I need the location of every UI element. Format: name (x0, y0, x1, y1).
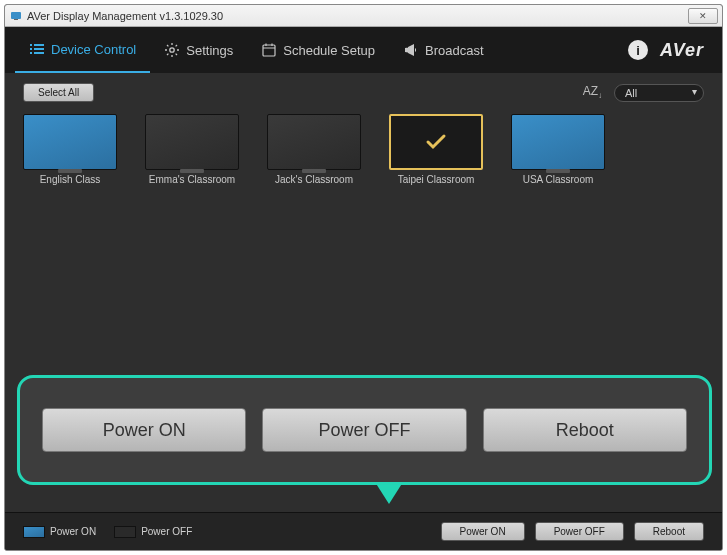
device-item[interactable]: Jack's Classroom (267, 114, 361, 185)
monitor-icon-selected (389, 114, 483, 170)
device-label: USA Classroom (511, 174, 605, 185)
device-label: Jack's Classroom (267, 174, 361, 185)
content-area: Select All AZ↓ All English Class Emma's … (5, 73, 722, 195)
monitor-icon (511, 114, 605, 170)
device-grid: English Class Emma's Classroom Jack's Cl… (23, 114, 704, 185)
device-item[interactable]: English Class (23, 114, 117, 185)
tab-schedule-setup[interactable]: Schedule Setup (247, 27, 389, 73)
navbar: Device Control Settings Schedule Setup B… (5, 27, 722, 73)
calendar-icon (261, 42, 277, 58)
svg-rect-1 (14, 19, 18, 20)
swatch-off-icon (114, 526, 136, 538)
tab-label: Settings (186, 43, 233, 58)
tab-settings[interactable]: Settings (150, 27, 247, 73)
legend-power-off: Power OFF (114, 526, 192, 538)
list-icon (29, 41, 45, 57)
device-item[interactable]: Taipei Classroom (389, 114, 483, 185)
filter-dropdown[interactable]: All (614, 84, 704, 102)
window-title: AVer Display Management v1.3.1029.30 (27, 10, 223, 22)
power-off-button-large[interactable]: Power OFF (262, 408, 466, 452)
reboot-button-large[interactable]: Reboot (483, 408, 687, 452)
svg-rect-5 (34, 48, 44, 50)
brand-logo: AVer (660, 40, 704, 61)
titlebar: AVer Display Management v1.3.1029.30 ✕ (5, 5, 722, 27)
tab-label: Broadcast (425, 43, 484, 58)
svg-rect-9 (263, 45, 275, 56)
svg-rect-6 (30, 52, 32, 54)
monitor-icon (145, 114, 239, 170)
footer-buttons: Power ON Power OFF Reboot (441, 522, 705, 541)
device-label: English Class (23, 174, 117, 185)
footer-bar: Power ON Power OFF Power ON Power OFF Re… (5, 512, 722, 550)
monitor-icon (23, 114, 117, 170)
tab-broadcast[interactable]: Broadcast (389, 27, 498, 73)
swatch-on-icon (23, 526, 45, 538)
monitor-icon (267, 114, 361, 170)
device-item[interactable]: Emma's Classroom (145, 114, 239, 185)
svg-rect-2 (30, 44, 32, 46)
gear-icon (164, 42, 180, 58)
callout-panel: Power ON Power OFF Reboot (17, 375, 712, 485)
power-off-button[interactable]: Power OFF (535, 522, 624, 541)
svg-rect-7 (34, 52, 44, 54)
select-all-button[interactable]: Select All (23, 83, 94, 102)
svg-point-8 (170, 48, 174, 52)
device-label: Taipei Classroom (389, 174, 483, 185)
app-icon (9, 9, 23, 23)
power-on-button[interactable]: Power ON (441, 522, 525, 541)
sort-az-button[interactable]: AZ↓ (579, 84, 606, 100)
svg-rect-3 (34, 44, 44, 46)
power-on-button-large[interactable]: Power ON (42, 408, 246, 452)
tab-label: Schedule Setup (283, 43, 375, 58)
window-close-button[interactable]: ✕ (688, 8, 718, 24)
svg-rect-0 (11, 12, 21, 19)
toolbar-row: Select All AZ↓ All (23, 83, 704, 102)
check-icon (423, 129, 449, 155)
megaphone-icon (403, 42, 419, 58)
info-icon[interactable]: i (628, 40, 648, 60)
tab-device-control[interactable]: Device Control (15, 27, 150, 73)
device-item[interactable]: USA Classroom (511, 114, 605, 185)
reboot-button[interactable]: Reboot (634, 522, 704, 541)
device-label: Emma's Classroom (145, 174, 239, 185)
tab-label: Device Control (51, 42, 136, 57)
app-window: AVer Display Management v1.3.1029.30 ✕ D… (4, 4, 723, 551)
legend-power-on: Power ON (23, 526, 96, 538)
svg-rect-4 (30, 48, 32, 50)
